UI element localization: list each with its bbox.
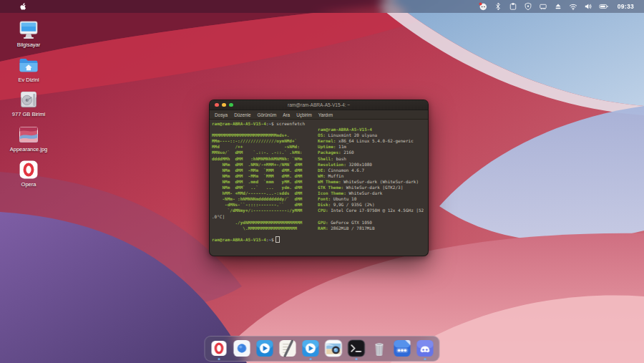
running-indicator [333, 358, 335, 360]
screenshot-tool-icon [324, 339, 343, 358]
dock-item-text-editor[interactable] [278, 339, 298, 360]
desktop-icon-volume-977gb[interactable]: 977 GB Birimi [10, 88, 47, 118]
removable-media-tray-item[interactable] [554, 2, 562, 11]
shield-icon [524, 2, 532, 11]
terminal-line: ram@ram-ABRA-A5-V15-4 [212, 127, 428, 132]
terminal-line: -NMm- :hNMNNNmdddddddddy/` dMM Font: Ubu… [212, 196, 428, 202]
terminal-line: -dMNs-``-::::-------.`` dMM Disk: 9,9G /… [212, 202, 428, 208]
running-indicator [310, 358, 312, 360]
menu-help[interactable]: Yardım [318, 112, 333, 117]
dock-item-discord[interactable] [416, 339, 435, 360]
menu-search[interactable]: Ara [283, 112, 290, 117]
running-indicator [241, 358, 243, 360]
terminal-line: MMMMMMMMMMMMMMMMMMMMMMMMMmds+. OS: Linux… [212, 132, 428, 138]
opera-icon [210, 339, 229, 358]
terminal-cursor [276, 237, 278, 242]
close-button[interactable] [215, 103, 219, 107]
terminal-line: .0°C] [212, 214, 428, 220]
terminal-output[interactable]: ram@ram-ABRA-A5-V15-4:~$ screenfetch ram… [210, 120, 428, 256]
terminal-line [212, 231, 428, 237]
terminal-line: hMM- +MMd/-------...-:sdds dMM Icon Them… [212, 190, 428, 196]
eject-icon [554, 2, 562, 11]
terminal-line: ddddMMh dMM :hNMNMNhNMNMNh: `NMm Shell: … [212, 156, 428, 162]
trash-icon [370, 339, 389, 358]
desktop-icon-computer[interactable]: Bilgisayar [10, 19, 47, 49]
appearance-image-icon [17, 123, 40, 146]
apple-logo-icon[interactable] [19, 2, 27, 11]
menu-edit[interactable]: Düzenle [234, 112, 250, 117]
dock-item-media-player-2[interactable] [301, 339, 321, 360]
dock-item-app-blue-dot[interactable] [233, 339, 252, 360]
desktop-icon-label: Bilgisayar [17, 42, 41, 49]
opera-icon [17, 158, 40, 181]
system-tray: 09:33 [479, 2, 634, 11]
desktop-icon-appearance-jpg[interactable]: Appearance.jpg [10, 123, 47, 153]
dock-item-app-blue-dots[interactable] [393, 339, 412, 360]
menu-file[interactable]: Dosya [215, 112, 228, 117]
desktop-icon-label: Opera [21, 182, 36, 188]
home-folder-icon [17, 54, 40, 77]
wifi-icon [569, 2, 577, 11]
battery-icon [599, 2, 609, 11]
window-titlebar[interactable]: ram@ram-ABRA-A5-V15-4: ~ [210, 100, 428, 110]
terminal-icon [347, 339, 366, 358]
terminal-window: ram@ram-ABRA-A5-V15-4: ~ DosyaDüzenleGör… [209, 100, 429, 256]
blue-dots-app-icon [393, 339, 412, 358]
desktop-icon-list: BilgisayarEv Dizini977 GB BirimiAppearan… [10, 19, 47, 188]
desktop-icon-opera[interactable]: Opera [10, 158, 47, 188]
maximize-button[interactable] [229, 103, 233, 107]
dock-item-media-player[interactable] [255, 339, 275, 360]
text-editor-icon [278, 339, 298, 358]
terminal-line: ram@ram-ABRA-A5-V15-4:~$ screenfetch [212, 121, 428, 127]
clipboard-icon [509, 2, 517, 11]
clock[interactable]: 09:33 [618, 3, 634, 10]
discord-icon [416, 339, 435, 358]
terminal-line: MMd /++ -sNMd: Uptime: 11m [212, 144, 428, 150]
running-indicator [401, 358, 404, 360]
terminal-line: ./ydNMMMMMMMMMMMMMMMMMMMMM GPU: GeForce … [212, 220, 428, 226]
hdd-icon [17, 88, 40, 111]
discord-tray-icon [479, 2, 487, 11]
media-player-icon [255, 339, 275, 358]
minimize-button[interactable] [222, 103, 226, 107]
network-tray-item[interactable] [539, 2, 547, 11]
dock-item-trash[interactable] [370, 339, 389, 360]
terminal-line: MMNso/` dMM `.::-. .-::.` .hMN: Packages… [212, 150, 428, 155]
menu-view[interactable]: Görünüm [258, 112, 277, 117]
menu-terminal[interactable]: Uçbirim [296, 112, 312, 117]
terminal-line: NMm dMM .NMN/-+MMM+-/NMN` dMM Resolution… [212, 162, 428, 168]
network-card-icon [539, 2, 547, 11]
top-menu-bar: 09:33 [0, 0, 644, 13]
running-indicator [287, 358, 289, 360]
running-indicator [379, 358, 381, 360]
terminal-line: NMm dMM -MMm `MMM dMM. dMM WM: Muffin [212, 173, 428, 179]
dock-item-screenshot-tool[interactable] [324, 339, 343, 360]
terminal-line: \.MMMMMMMMMMMMMMMMMMM RAM: 2862MiB / 781… [212, 226, 428, 231]
bluetooth-icon [494, 2, 502, 11]
terminal-line: NMm dMM -MMm `MMM dMM. dMM DE: Cinnamon … [212, 168, 428, 173]
volume-tray-item[interactable] [584, 2, 592, 11]
desktop-icon-label: Ev Dizini [18, 77, 39, 84]
terminal-line: ram@ram-ABRA-A5-V15-4:~$ [212, 237, 428, 243]
window-title: ram@ram-ABRA-A5-V15-4: ~ [210, 102, 428, 107]
wifi-tray-item[interactable] [569, 2, 577, 11]
blue-dot-app-icon [233, 339, 252, 358]
clipboard-tray-item[interactable] [509, 2, 517, 11]
bluetooth-tray-item[interactable] [494, 2, 502, 11]
running-indicator [264, 358, 266, 360]
media-player2-icon [301, 339, 321, 358]
running-indicator [356, 358, 358, 360]
battery-tray-item[interactable] [599, 2, 609, 11]
desktop-icon-home[interactable]: Ev Dizini [10, 54, 47, 84]
dock-item-opera[interactable] [210, 339, 229, 360]
dock [205, 336, 440, 362]
terminal-line: MMm----::-://////////////oymNMd+` Kernel… [212, 138, 428, 144]
discord-status-tray-item[interactable] [479, 2, 487, 11]
dock-item-terminal[interactable] [347, 339, 366, 360]
shield-tray-item[interactable] [524, 2, 532, 11]
terminal-line: `/dMNmy+/:-------------:/yMMM CPU: Intel… [212, 208, 428, 213]
volume-icon [584, 2, 592, 11]
terminal-line: NMm dMM .mmd `mmm yMM. dMM WM Theme: Whi… [212, 179, 428, 185]
running-indicator [218, 358, 220, 360]
computer-icon [17, 19, 40, 42]
